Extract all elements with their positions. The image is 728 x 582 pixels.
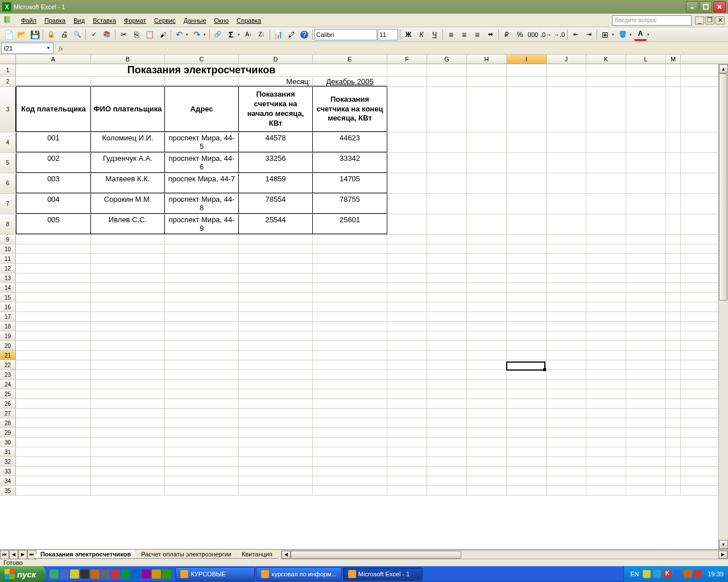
cell-M13[interactable] bbox=[666, 273, 681, 282]
row-header[interactable]: 21 bbox=[0, 351, 16, 360]
cell-I15[interactable] bbox=[507, 293, 547, 302]
doc-close-button[interactable]: ✕ bbox=[715, 16, 725, 24]
cell-B20[interactable] bbox=[91, 341, 165, 350]
column-header-B[interactable]: B bbox=[91, 55, 165, 64]
cell-M12[interactable] bbox=[666, 264, 681, 273]
cell-C16[interactable] bbox=[165, 302, 239, 311]
row-header[interactable]: 3 bbox=[0, 87, 16, 132]
cell-G8[interactable] bbox=[427, 214, 467, 234]
sheet-tab[interactable]: Расчет оплаты электроэнергии bbox=[135, 550, 238, 559]
cell-I5[interactable] bbox=[507, 153, 547, 173]
cell-E25[interactable] bbox=[313, 389, 387, 398]
cell-I6[interactable] bbox=[507, 173, 547, 193]
cell-E12[interactable] bbox=[313, 264, 387, 273]
cell-J28[interactable] bbox=[547, 418, 586, 427]
row-header[interactable]: 10 bbox=[0, 244, 16, 253]
cell-B22[interactable] bbox=[91, 360, 165, 369]
cell-L33[interactable] bbox=[626, 467, 666, 476]
cell-D16[interactable] bbox=[239, 302, 313, 311]
cell-J18[interactable] bbox=[547, 322, 586, 331]
cell-E20[interactable] bbox=[313, 341, 387, 350]
horizontal-scrollbar[interactable]: ◀ ▶ bbox=[281, 550, 728, 559]
cell-G22[interactable] bbox=[427, 360, 467, 369]
cell-K35[interactable] bbox=[586, 486, 626, 495]
cell-F19[interactable] bbox=[387, 331, 427, 340]
cell-K15[interactable] bbox=[586, 293, 626, 302]
cell-B11[interactable] bbox=[91, 254, 165, 263]
row-header[interactable]: 31 bbox=[0, 447, 16, 456]
column-header-G[interactable]: G bbox=[427, 55, 467, 64]
cell-B4[interactable]: Коломиец И.И. bbox=[91, 132, 165, 152]
cell-L32[interactable] bbox=[626, 457, 666, 466]
cell-K19[interactable] bbox=[586, 331, 626, 340]
cell-A4[interactable]: 001 bbox=[16, 132, 91, 152]
cell-E26[interactable] bbox=[313, 399, 387, 408]
align-left-icon[interactable] bbox=[445, 28, 457, 41]
cell-F30[interactable] bbox=[387, 438, 427, 447]
cell-D22[interactable] bbox=[239, 360, 313, 369]
cell-E24[interactable] bbox=[313, 380, 387, 389]
cell-H5[interactable] bbox=[467, 153, 507, 173]
cell-M15[interactable] bbox=[666, 293, 681, 302]
sheet-tab[interactable]: Квитанция bbox=[235, 550, 279, 559]
menu-data[interactable]: Данные bbox=[180, 16, 210, 25]
cell-L21[interactable] bbox=[626, 351, 666, 360]
cell-J9[interactable] bbox=[547, 235, 586, 244]
cell-F15[interactable] bbox=[387, 293, 427, 302]
cell-M1[interactable] bbox=[666, 64, 681, 76]
cell-B14[interactable] bbox=[91, 283, 165, 292]
cell-I10[interactable] bbox=[507, 244, 547, 253]
cell-D26[interactable] bbox=[239, 399, 313, 408]
vscroll-thumb[interactable] bbox=[719, 73, 727, 301]
cell-D17[interactable] bbox=[239, 312, 313, 321]
cell-L6[interactable] bbox=[626, 173, 666, 193]
cell-C29[interactable] bbox=[165, 428, 239, 437]
cell-J16[interactable] bbox=[547, 302, 586, 311]
cell-A12[interactable] bbox=[16, 264, 91, 273]
cell-L7[interactable] bbox=[626, 194, 666, 214]
cell-B34[interactable] bbox=[91, 476, 165, 485]
cell-M5[interactable] bbox=[666, 153, 681, 173]
cell-F2[interactable] bbox=[387, 77, 427, 86]
cell-I33[interactable] bbox=[507, 467, 547, 476]
cell-B24[interactable] bbox=[91, 380, 165, 389]
save-icon[interactable] bbox=[28, 28, 41, 41]
cell-G34[interactable] bbox=[427, 476, 467, 485]
cell-I25[interactable] bbox=[507, 389, 547, 398]
cell-C14[interactable] bbox=[165, 283, 239, 292]
cell-C34[interactable] bbox=[165, 476, 239, 485]
cell-K2[interactable] bbox=[586, 77, 626, 86]
cell-K24[interactable] bbox=[586, 380, 626, 389]
cell-D12[interactable] bbox=[239, 264, 313, 273]
cell-A24[interactable] bbox=[16, 380, 91, 389]
cell-K34[interactable] bbox=[586, 476, 626, 485]
cell-I35[interactable] bbox=[507, 486, 547, 495]
row-header[interactable]: 14 bbox=[0, 283, 16, 292]
cell-D6[interactable]: 14859 bbox=[239, 173, 313, 193]
cell-C22[interactable] bbox=[165, 360, 239, 369]
menu-file[interactable]: Файл bbox=[17, 16, 40, 25]
merge-center-icon[interactable]: ⬌ bbox=[484, 28, 497, 41]
cell-H23[interactable] bbox=[467, 370, 507, 379]
tray-icon[interactable] bbox=[684, 570, 692, 578]
cell-E16[interactable] bbox=[313, 302, 387, 311]
cell-J6[interactable] bbox=[547, 173, 586, 193]
ql-icon[interactable] bbox=[142, 569, 151, 579]
cell-A29[interactable] bbox=[16, 428, 91, 437]
cell-J33[interactable] bbox=[547, 467, 586, 476]
cell-A19[interactable] bbox=[16, 331, 91, 340]
cell-J34[interactable] bbox=[547, 476, 586, 485]
cell-M7[interactable] bbox=[666, 194, 681, 214]
cell-M28[interactable] bbox=[666, 418, 681, 427]
cell-L9[interactable] bbox=[626, 235, 666, 244]
cell-J20[interactable] bbox=[547, 341, 586, 350]
cell-H35[interactable] bbox=[467, 486, 507, 495]
undo-icon[interactable] bbox=[173, 28, 185, 41]
row-header[interactable]: 32 bbox=[0, 457, 16, 466]
cell-K3[interactable] bbox=[586, 87, 626, 132]
cut-icon[interactable] bbox=[117, 28, 130, 41]
redo-dropdown-icon[interactable]: ▾ bbox=[204, 32, 208, 37]
cell-M19[interactable] bbox=[666, 331, 681, 340]
cell-G26[interactable] bbox=[427, 399, 467, 408]
cell-L31[interactable] bbox=[626, 447, 666, 456]
